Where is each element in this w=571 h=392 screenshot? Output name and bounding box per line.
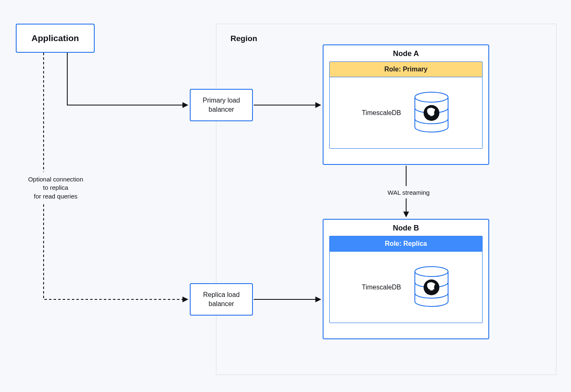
svg-point-0: [415, 92, 448, 102]
replica-lb-line2: balancer: [208, 299, 234, 309]
primary-load-balancer: Primary load balancer: [190, 89, 253, 121]
application-label: Application: [32, 33, 79, 43]
optional-line1: Optional connection: [18, 175, 93, 184]
optional-connection-label: Optional connection to replica for read …: [18, 175, 93, 201]
node-a-title: Node A: [323, 45, 488, 61]
optional-line2: to replica: [18, 184, 93, 192]
primary-lb-line1: Primary load: [203, 96, 240, 105]
replica-load-balancer: Replica load balancer: [190, 283, 253, 316]
node-a: Node A Role: Primary TimescaleDB: [323, 44, 489, 165]
node-b-title: Node B: [323, 220, 488, 236]
arrow-app-to-replica-lb-bottom: [44, 204, 188, 299]
database-icon: [413, 91, 450, 135]
node-a-role: Role: Primary: [329, 61, 483, 77]
node-a-db-label: TimescaleDB: [362, 109, 401, 117]
svg-point-2: [415, 267, 448, 277]
optional-line3: for read queries: [18, 192, 93, 201]
node-b: Node B Role: Replica TimescaleDB: [323, 219, 489, 339]
primary-lb-line2: balancer: [208, 105, 234, 114]
node-b-db-label: TimescaleDB: [362, 284, 401, 291]
application-box: Application: [16, 24, 95, 53]
replica-lb-line1: Replica load: [203, 290, 240, 299]
region-title: Region: [230, 34, 257, 43]
database-icon: [413, 266, 450, 309]
node-b-role: Role: Replica: [329, 236, 483, 252]
wal-streaming-label: WAL streaming: [384, 189, 434, 197]
arrow-app-to-primary-lb: [67, 53, 188, 105]
node-b-body: TimescaleDB: [329, 252, 483, 323]
node-a-body: TimescaleDB: [329, 77, 483, 149]
